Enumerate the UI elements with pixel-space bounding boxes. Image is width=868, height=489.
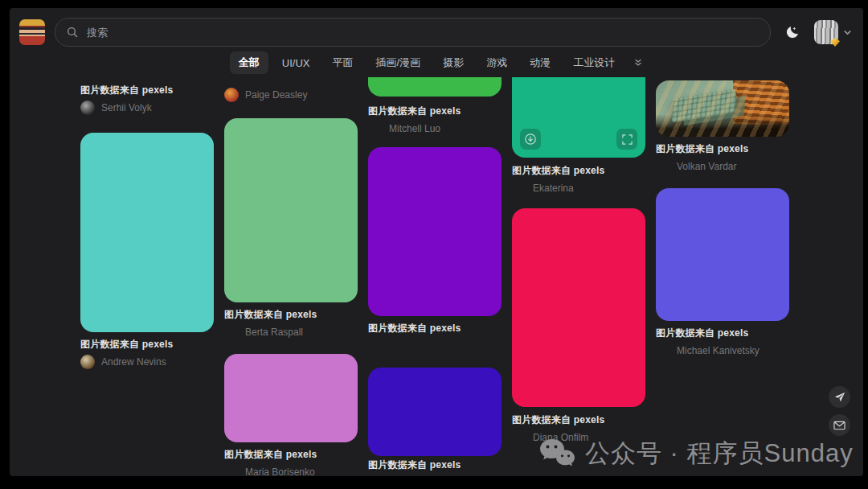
author-name: Berta Raspall	[245, 327, 303, 338]
card-meta: 图片数据来自 pexelsCamille Robi	[368, 458, 502, 476]
card-author-row[interactable]: Camille Robi	[368, 475, 502, 476]
color-image-card[interactable]	[368, 147, 502, 316]
author-avatar	[224, 88, 239, 102]
author-avatar-placeholder	[224, 325, 239, 339]
card-caption: 图片数据来自 pexels	[656, 327, 789, 339]
card-caption: 图片数据来自 pexels	[80, 338, 214, 351]
paper-plane-icon	[834, 392, 845, 403]
tabs-overflow-button[interactable]	[633, 58, 643, 68]
category-tab[interactable]: 工业设计	[564, 51, 624, 74]
category-tabs: 全部UI/UX平面插画/漫画摄影游戏动漫工业设计	[10, 51, 863, 74]
color-image-card[interactable]	[224, 354, 358, 442]
category-tab[interactable]: 游戏	[477, 51, 516, 74]
color-image-card[interactable]	[368, 368, 502, 456]
card-caption: 图片数据来自 pexels	[512, 413, 645, 426]
chevron-down-icon[interactable]	[843, 28, 852, 37]
author-name: Diana Onfilm	[533, 432, 588, 443]
card-meta: 图片数据来自 pexelsMaria Borisenko	[224, 448, 358, 476]
card-author-row[interactable]: Mitchell Luo	[368, 121, 502, 136]
gallery-column: 图片数据来自 pexelsVolkan Vardar图片数据来自 pexelsM…	[656, 77, 789, 358]
author-name: Volkan Vardar	[677, 161, 737, 172]
category-tab[interactable]: 插画/漫画	[367, 51, 430, 74]
author-avatar-placeholder	[368, 339, 383, 353]
search-icon	[67, 27, 78, 38]
author-name: Mitchell Luo	[389, 123, 440, 134]
card-meta: 图片数据来自 pexelsEkaterina	[512, 164, 645, 195]
expand-icon	[622, 134, 633, 145]
card-caption: 图片数据来自 pexels	[368, 322, 502, 335]
card-meta: Paige Deasley	[224, 84, 358, 102]
card-meta: 图片数据来自 pexelsSerhii Volyk	[80, 84, 214, 115]
app-window: 全部UI/UX平面插画/漫画摄影游戏动漫工业设计 图片数据来自 pexelsSe…	[10, 8, 863, 476]
diamond-badge-icon	[830, 38, 840, 47]
mail-icon	[833, 421, 845, 430]
double-chevron-down-icon	[633, 58, 643, 68]
author-name: Maria Borisenko	[245, 466, 315, 476]
card-caption: 图片数据来自 pexels	[512, 164, 645, 177]
card-author-row[interactable]: Volkan Vardar	[656, 159, 789, 174]
color-image-card[interactable]	[656, 188, 789, 321]
card-caption: 图片数据来自 pexels	[224, 448, 358, 461]
card-caption: 图片数据来自 pexels	[80, 84, 214, 97]
author-avatar-placeholder	[224, 465, 239, 476]
site-logo-avatar[interactable]	[19, 19, 45, 45]
user-avatar[interactable]	[814, 20, 838, 44]
author-name: Andrew Nevins	[101, 356, 166, 368]
search-input[interactable]	[85, 26, 759, 39]
card-author-row[interactable]: Berta Raspall	[224, 325, 358, 339]
card-author-row[interactable]: Maria Borisenko	[224, 465, 358, 476]
author-avatar	[80, 355, 95, 369]
gallery-column: Paige Deasley图片数据来自 pexelsBerta Raspall图…	[224, 77, 358, 476]
card-author-row[interactable]: Andrew Nevins	[80, 355, 214, 369]
contact-button[interactable]	[829, 414, 850, 436]
author-avatar	[80, 101, 95, 115]
color-image-card[interactable]	[512, 77, 645, 158]
card-caption: 图片数据来自 pexels	[368, 105, 502, 117]
author-name: Ekaterina	[533, 183, 574, 194]
photo-card[interactable]	[656, 80, 789, 137]
image-gallery: 图片数据来自 pexelsSerhii Volyk图片数据来自 pexelsAn…	[80, 77, 863, 476]
category-tab[interactable]: 动漫	[521, 51, 559, 74]
card-meta: 图片数据来自 pexelsMichael Kanivetsky	[656, 327, 789, 358]
search-bar[interactable]	[55, 18, 771, 47]
category-tab[interactable]: 全部	[230, 51, 268, 74]
card-meta: 图片数据来自 pexelsMitchell Luo	[368, 105, 502, 136]
author-name: Michael Kanivetsky	[677, 345, 760, 356]
download-button[interactable]	[520, 129, 541, 150]
color-image-card[interactable]	[80, 133, 214, 332]
card-meta: 图片数据来自 pexelsBerta Raspall	[224, 308, 358, 339]
author-avatar-placeholder	[656, 343, 670, 358]
color-image-card[interactable]	[368, 77, 502, 97]
card-meta: 图片数据来自 pexelsAndrew Nevins	[80, 338, 214, 369]
author-avatar-placeholder	[512, 430, 526, 445]
card-caption: 图片数据来自 pexels	[368, 458, 502, 471]
top-bar	[19, 18, 852, 47]
author-avatar-placeholder	[368, 121, 383, 136]
theme-toggle-button[interactable]	[780, 20, 805, 44]
download-icon	[524, 133, 537, 146]
author-avatar-placeholder	[656, 159, 670, 174]
card-author-row[interactable]: Serhii Volyk	[80, 101, 214, 115]
moon-icon	[784, 24, 800, 40]
card-caption: 图片数据来自 pexels	[224, 308, 358, 321]
card-meta: 图片数据来自 pexelsDiana Onfilm	[512, 413, 645, 445]
color-image-card[interactable]	[512, 208, 645, 407]
category-tab[interactable]: 平面	[324, 51, 362, 74]
color-image-card[interactable]	[224, 118, 358, 302]
card-author-row[interactable]: Ekaterina	[512, 181, 645, 195]
card-meta: 图片数据来自 pexels	[368, 322, 502, 353]
card-author-row[interactable]	[368, 339, 502, 353]
author-avatar-placeholder	[512, 181, 526, 195]
category-tab[interactable]: UI/UX	[273, 53, 319, 73]
category-tab[interactable]: 摄影	[434, 51, 473, 74]
gallery-column: 图片数据来自 pexelsMitchell Luo图片数据来自 pexels图片…	[368, 77, 502, 476]
author-avatar-placeholder	[368, 475, 383, 476]
card-caption: 图片数据来自 pexels	[656, 142, 789, 155]
share-button[interactable]	[829, 386, 850, 408]
card-author-row[interactable]: Paige Deasley	[224, 88, 358, 102]
expand-button[interactable]	[616, 129, 637, 150]
card-author-row[interactable]: Diana Onfilm	[512, 430, 645, 445]
gallery-column: 图片数据来自 pexelsEkaterina图片数据来自 pexelsDiana…	[512, 77, 645, 445]
card-meta: 图片数据来自 pexelsVolkan Vardar	[656, 142, 789, 174]
card-author-row[interactable]: Michael Kanivetsky	[656, 343, 789, 358]
